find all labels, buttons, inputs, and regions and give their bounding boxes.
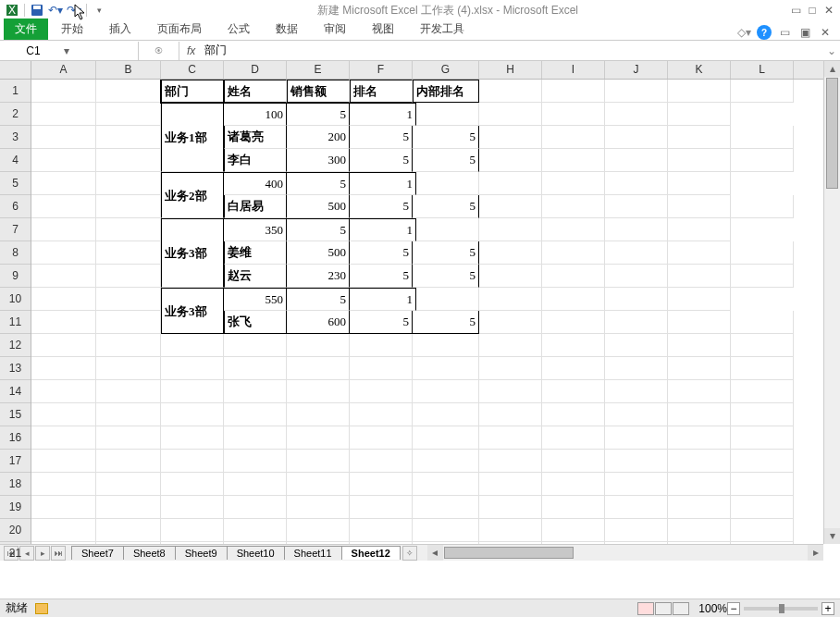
ribbon-help-dropdown[interactable]: ◇▾ <box>737 26 751 39</box>
cell-H8[interactable] <box>479 241 542 265</box>
cell-G10[interactable]: 1 <box>350 288 416 311</box>
zoom-level[interactable]: 100% <box>698 602 727 615</box>
col-header-K[interactable]: K <box>668 61 731 79</box>
cell-G18[interactable] <box>413 473 479 496</box>
ribbon-minimize-icon[interactable]: ▭ <box>777 25 792 40</box>
cell-F2[interactable]: 5 <box>287 103 350 126</box>
cell-H11[interactable] <box>479 311 542 334</box>
cell-H14[interactable] <box>479 380 542 403</box>
cell-E16[interactable] <box>287 426 350 450</box>
cell-B8[interactable] <box>96 241 161 265</box>
cell-L6[interactable] <box>731 195 794 218</box>
row-header-4[interactable]: 4 <box>0 149 31 172</box>
cell-G15[interactable] <box>413 403 479 426</box>
cell-C2[interactable]: 业务1部 <box>161 103 224 172</box>
tab-开发工具[interactable]: 开发工具 <box>407 19 477 40</box>
cell-J12[interactable] <box>605 334 668 357</box>
cell-E15[interactable] <box>287 403 350 426</box>
cell-B9[interactable] <box>96 265 161 288</box>
file-tab[interactable]: 文件 <box>4 19 48 40</box>
cell-C20[interactable] <box>161 519 224 542</box>
cell-F9[interactable]: 5 <box>350 265 413 288</box>
cell-L1[interactable] <box>731 80 794 103</box>
zoom-slider[interactable] <box>744 607 818 611</box>
page-layout-view-icon[interactable] <box>655 602 672 615</box>
cell-I10[interactable] <box>479 288 542 311</box>
cell-D14[interactable] <box>224 380 287 403</box>
cell-D20[interactable] <box>224 519 287 542</box>
cell-G11[interactable]: 5 <box>413 311 479 334</box>
row-header-20[interactable]: 20 <box>0 519 31 542</box>
cell-D19[interactable] <box>224 496 287 519</box>
cell-C13[interactable] <box>161 357 224 380</box>
cell-G14[interactable] <box>413 380 479 403</box>
cell-B2[interactable] <box>96 103 161 126</box>
scroll-right-icon[interactable]: ▸ <box>808 545 823 561</box>
cell-A19[interactable] <box>31 496 96 519</box>
cell-J14[interactable] <box>605 380 668 403</box>
cell-F17[interactable] <box>350 450 413 473</box>
cell-E10[interactable]: 550 <box>224 288 287 311</box>
undo-icon[interactable]: ↶▾ <box>47 2 64 19</box>
scroll-left-icon[interactable]: ◂ <box>427 545 443 561</box>
cell-B6[interactable] <box>96 195 161 218</box>
cell-E18[interactable] <box>287 473 350 496</box>
cell-J11[interactable] <box>605 311 668 334</box>
cell-E2[interactable]: 100 <box>224 103 287 126</box>
help-icon[interactable]: ? <box>757 25 772 40</box>
cell-grid[interactable]: 部门姓名销售额排名内部排名业务1部司马懿10051诸葛亮20055李白30055… <box>31 80 823 544</box>
cell-G9[interactable]: 5 <box>413 265 479 288</box>
cell-D8[interactable]: 姜维 <box>224 241 287 265</box>
cell-I9[interactable] <box>542 265 605 288</box>
cell-B3[interactable] <box>96 126 161 149</box>
cell-G19[interactable] <box>413 496 479 519</box>
cell-K14[interactable] <box>668 380 731 403</box>
cell-B12[interactable] <box>96 334 161 357</box>
cell-F10[interactable]: 5 <box>287 288 350 311</box>
cell-H2[interactable] <box>416 103 479 126</box>
cell-C14[interactable] <box>161 380 224 403</box>
cell-A5[interactable] <box>31 172 96 195</box>
tab-审阅[interactable]: 审阅 <box>311 19 359 40</box>
cell-J2[interactable] <box>542 103 605 126</box>
cell-A10[interactable] <box>31 288 96 311</box>
cell-G7[interactable]: 1 <box>350 218 416 241</box>
qat-dropdown-icon[interactable]: ▾ <box>91 2 107 19</box>
cell-B1[interactable] <box>96 80 161 103</box>
name-box-input[interactable] <box>6 44 61 57</box>
col-header-G[interactable]: G <box>413 61 479 79</box>
cell-C17[interactable] <box>161 450 224 473</box>
cell-K8[interactable] <box>668 241 731 265</box>
cell-G6[interactable]: 5 <box>413 195 479 218</box>
sheet-tab-Sheet12[interactable]: Sheet12 <box>341 546 401 560</box>
cell-L2[interactable] <box>668 103 731 126</box>
cell-B16[interactable] <box>96 426 161 450</box>
cell-A6[interactable] <box>31 195 96 218</box>
cell-L11[interactable] <box>731 311 794 334</box>
sheet-tab-Sheet8[interactable]: Sheet8 <box>123 546 176 560</box>
vscroll-thumb[interactable] <box>826 78 838 189</box>
cell-H20[interactable] <box>479 519 542 542</box>
cell-B7[interactable] <box>96 218 161 241</box>
cell-A1[interactable] <box>31 80 96 103</box>
cell-G20[interactable] <box>413 519 479 542</box>
horizontal-scrollbar[interactable]: ◂ ▸ <box>427 545 823 561</box>
cell-A9[interactable] <box>31 265 96 288</box>
cell-F6[interactable]: 5 <box>350 195 413 218</box>
cell-J18[interactable] <box>605 473 668 496</box>
cell-E5[interactable]: 400 <box>224 172 287 195</box>
cell-I20[interactable] <box>542 519 605 542</box>
cell-H3[interactable] <box>479 126 542 149</box>
cell-I7[interactable] <box>479 218 542 241</box>
select-all-corner[interactable] <box>0 61 31 80</box>
cell-K1[interactable] <box>668 80 731 103</box>
cell-L3[interactable] <box>731 126 794 149</box>
cell-L9[interactable] <box>731 265 794 288</box>
cell-B20[interactable] <box>96 519 161 542</box>
tab-视图[interactable]: 视图 <box>359 19 407 40</box>
cell-L18[interactable] <box>731 473 794 496</box>
cell-K12[interactable] <box>668 334 731 357</box>
maximize-button[interactable]: □ <box>805 3 820 18</box>
cell-I17[interactable] <box>542 450 605 473</box>
new-sheet-icon[interactable]: ✧ <box>402 546 417 561</box>
